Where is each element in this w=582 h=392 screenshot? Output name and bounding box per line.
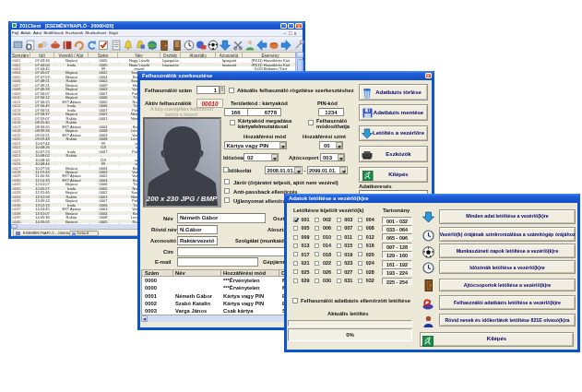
svg-text:200 x 230 JPG / BMP: 200 x 230 JPG / BMP [146,195,218,203]
